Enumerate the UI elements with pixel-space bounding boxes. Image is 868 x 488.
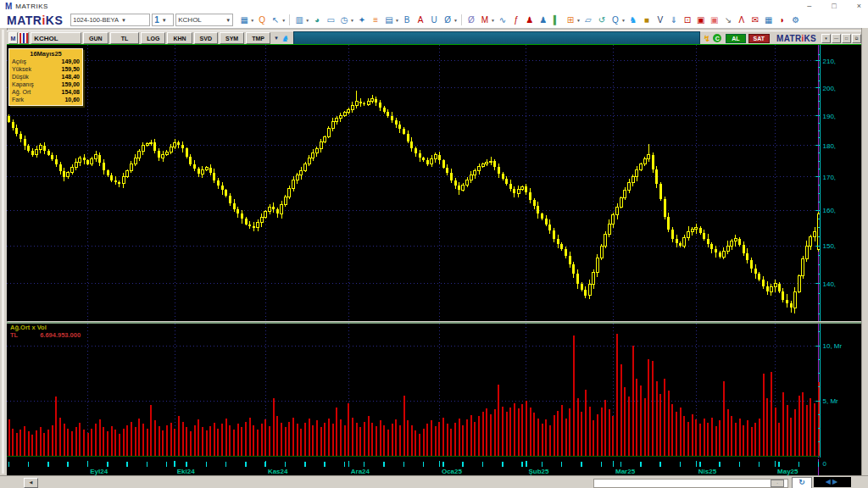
window-new-icon[interactable]: ▣ <box>709 15 720 25</box>
calculator-icon[interactable]: ▦ <box>763 15 774 25</box>
chart-button-svd[interactable]: SVD <box>194 32 218 44</box>
lightning-icon[interactable]: ↯ <box>704 34 710 43</box>
chevron-down-icon: ▼ <box>576 18 581 23</box>
scrollbar-track[interactable]: · <box>593 479 788 488</box>
font-icon[interactable]: A <box>415 15 426 25</box>
scrollbar-thumb[interactable]: · <box>771 480 784 487</box>
bold-icon[interactable]: B <box>402 15 413 25</box>
chevron-down-icon: ▼ <box>350 18 354 23</box>
basket-icon[interactable]: ⊞ <box>565 15 576 25</box>
refresh-icon[interactable]: Ø <box>465 15 476 25</box>
docs-icon[interactable]: ▱ <box>582 15 593 25</box>
zoom-icon[interactable]: Q <box>257 15 268 25</box>
price-chart-svg[interactable]: 140,150,160,170,180,190,200,210, <box>7 45 861 321</box>
chart-button-log[interactable]: LOG <box>141 32 165 44</box>
chevron-down-icon: ▼ <box>250 18 254 23</box>
chevron-down-icon: ▼ <box>225 18 231 23</box>
buy-button[interactable]: AL <box>726 34 745 43</box>
chart-window-control-2[interactable]: □ <box>842 34 851 43</box>
folder-icon[interactable]: ■ <box>641 15 652 25</box>
chevron-down-icon[interactable]: ▼ <box>274 36 279 41</box>
candlestick-icon[interactable] <box>19 32 29 44</box>
formula-icon[interactable]: ƒ <box>510 15 521 25</box>
deal-icon[interactable]: ✦ <box>357 15 368 25</box>
underline-icon[interactable]: U <box>429 15 440 25</box>
terminal-icon[interactable]: ⊡ <box>682 15 693 25</box>
volume-pane[interactable]: 10, Mr5, Mr <box>7 322 861 459</box>
exchange-icon[interactable]: ↺ <box>596 15 607 25</box>
chat-icon[interactable]: ◗ <box>776 15 787 25</box>
chevron-down-icon: ▼ <box>491 18 495 23</box>
alarm-icon[interactable]: Λ <box>736 15 747 25</box>
cursor-icon[interactable]: ↖ <box>270 15 281 25</box>
workspace-select[interactable]: 1024-100-BEYA ▼ <box>70 14 150 26</box>
svg-text:10, Mr: 10, Mr <box>823 342 843 350</box>
rotate-icon[interactable]: Ø <box>442 15 453 25</box>
search-icon[interactable]: Q <box>609 15 620 25</box>
twitter-icon[interactable]: ♞ <box>281 34 289 43</box>
chart-button-tmp[interactable]: TMP <box>246 32 270 44</box>
bottom-scrollbar: ◀ · ↻ ◀▶ <box>0 475 868 488</box>
chart-title-drag-bar[interactable] <box>293 31 700 45</box>
c-badge-icon[interactable]: C <box>713 34 721 42</box>
mail-icon[interactable]: ✉ <box>749 15 760 25</box>
list-icon[interactable]: ≡ <box>370 15 381 25</box>
svg-text:150,: 150, <box>823 242 837 250</box>
save-icon[interactable]: ▦ <box>239 15 250 25</box>
close-button[interactable]: × <box>857 0 861 12</box>
chevron-down-icon: ▼ <box>121 18 126 23</box>
depth-icon[interactable]: ▍ <box>551 15 562 25</box>
chart-button-sym[interactable]: SYM <box>220 32 244 44</box>
chart-window-control-0[interactable]: ▾ <box>821 34 831 43</box>
twitter-icon[interactable]: ♞ <box>627 15 638 25</box>
chart-symbol-field[interactable]: KCHOL <box>31 32 81 44</box>
chart-button-gun[interactable]: GUN <box>83 32 108 44</box>
chart-window-control-1[interactable]: — <box>832 34 841 43</box>
matriks-m-icon[interactable]: M <box>479 15 490 25</box>
viop-icon[interactable]: V <box>654 15 665 25</box>
chevron-down-icon: ▼ <box>305 18 309 23</box>
chevron-down-icon: ▼ <box>281 18 286 23</box>
download-icon[interactable]: ⇓ <box>668 15 679 25</box>
svg-text:May25: May25 <box>777 468 798 475</box>
sell-button[interactable]: SAT <box>748 34 770 43</box>
clock-icon[interactable]: ◷ <box>339 15 350 25</box>
settings-icon[interactable]: ⚙ <box>790 15 801 25</box>
chart-type-icon[interactable]: ▥ <box>294 15 305 25</box>
minimize-button[interactable]: – <box>807 0 811 12</box>
line-chart-icon[interactable]: ∿ <box>497 15 508 25</box>
symbol-select[interactable]: KCHOL ▼ <box>175 14 233 26</box>
book-icon[interactable]: ▤ <box>384 15 395 25</box>
monitor-icon[interactable]: ▭ <box>326 15 337 25</box>
chart-window-control-3[interactable]: ⧉ <box>852 34 861 43</box>
pie-icon[interactable]: ◕ <box>312 15 323 25</box>
svg-text:Ara24: Ara24 <box>351 468 370 475</box>
svg-text:Oca25: Oca25 <box>442 468 463 475</box>
time-axis-svg: 0Eyl24Eki24Kas24Ara24Oca25Şub25Mar25Nis2… <box>7 459 861 475</box>
chevron-down-icon: ▼ <box>162 18 167 23</box>
main-toolbar: MATRiKS 1024-100-BEYA ▼ 1 ▼ KCHOL ▼ ▦▼Q↖… <box>0 12 868 29</box>
matriks-swirl-icon[interactable]: ↻ <box>792 477 812 488</box>
svg-text:Nis25: Nis25 <box>698 468 717 475</box>
matriks-m-icon[interactable]: M <box>8 32 18 44</box>
chart-button-tl[interactable]: TL <box>110 32 140 44</box>
people-icon[interactable]: ♟ <box>537 15 548 25</box>
pointer-se-icon[interactable]: ↘ <box>722 15 733 25</box>
chevron-down-icon: ▼ <box>621 18 626 23</box>
chart-button-khn[interactable]: KHN <box>167 32 192 44</box>
scroll-left-button[interactable]: ◀ <box>24 478 38 488</box>
svg-text:Mar25: Mar25 <box>615 468 636 475</box>
page-select[interactable]: 1 ▼ <box>152 14 174 26</box>
price-pane[interactable]: 140,150,160,170,180,190,200,210, <box>7 44 861 321</box>
matriks-logo: MATRiKS <box>7 14 63 27</box>
person-icon[interactable]: ♟ <box>524 15 535 25</box>
app-titlebar: M MATRIKS – □ × <box>0 0 868 13</box>
time-axis[interactable]: 0Eyl24Eki24Kas24Ara24Oca25Şub25Mar25Nis2… <box>7 459 861 475</box>
window-icon[interactable]: ▣ <box>695 15 706 25</box>
volume-chart-svg[interactable]: 10, Mr5, Mr <box>7 324 861 458</box>
maximize-button[interactable]: □ <box>832 0 836 12</box>
svg-text:Eki24: Eki24 <box>177 468 195 475</box>
svg-text:5, Mr: 5, Mr <box>823 397 839 405</box>
svg-text:0: 0 <box>823 460 827 468</box>
page-nav-arrows[interactable]: ◀▶ <box>814 477 851 487</box>
